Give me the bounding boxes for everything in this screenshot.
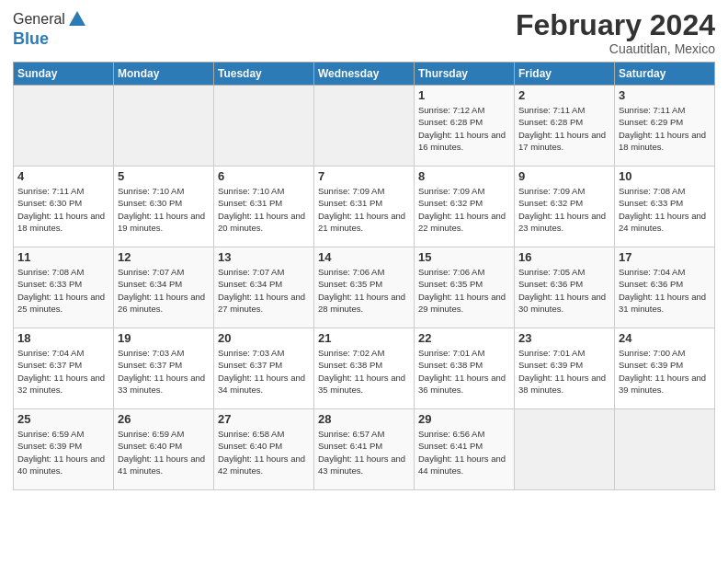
day-info: Sunrise: 6:56 AMSunset: 6:41 PMDaylight:… xyxy=(418,428,510,477)
calendar-week-row: 11Sunrise: 7:08 AMSunset: 6:33 PMDayligh… xyxy=(14,247,715,328)
table-row: 9Sunrise: 7:09 AMSunset: 6:32 PMDaylight… xyxy=(515,167,615,247)
day-number: 14 xyxy=(318,250,410,264)
day-info: Sunrise: 6:59 AMSunset: 6:40 PMDaylight:… xyxy=(118,428,210,477)
day-info: Sunrise: 7:02 AMSunset: 6:38 PMDaylight:… xyxy=(318,347,410,396)
col-friday: Friday xyxy=(515,63,615,86)
header: General Blue February 2024 Cuautitlan, M… xyxy=(13,9,715,56)
table-row: 21Sunrise: 7:02 AMSunset: 6:38 PMDayligh… xyxy=(314,328,415,409)
table-row: 14Sunrise: 7:06 AMSunset: 6:35 PMDayligh… xyxy=(314,247,415,328)
table-row: 23Sunrise: 7:01 AMSunset: 6:39 PMDayligh… xyxy=(515,328,615,409)
calendar-week-row: 1Sunrise: 7:12 AMSunset: 6:28 PMDaylight… xyxy=(14,86,715,167)
table-row: 5Sunrise: 7:10 AMSunset: 6:30 PMDaylight… xyxy=(114,167,214,247)
day-info: Sunrise: 7:12 AMSunset: 6:28 PMDaylight:… xyxy=(418,104,510,153)
day-number: 18 xyxy=(17,331,109,345)
table-row: 19Sunrise: 7:03 AMSunset: 6:37 PMDayligh… xyxy=(114,328,214,409)
table-row: 18Sunrise: 7:04 AMSunset: 6:37 PMDayligh… xyxy=(14,328,114,409)
day-number: 10 xyxy=(619,169,711,183)
day-info: Sunrise: 7:03 AMSunset: 6:37 PMDaylight:… xyxy=(118,347,210,396)
table-row: 2Sunrise: 7:11 AMSunset: 6:28 PMDaylight… xyxy=(515,86,615,167)
day-info: Sunrise: 7:10 AMSunset: 6:30 PMDaylight:… xyxy=(118,185,210,234)
day-info: Sunrise: 7:04 AMSunset: 6:36 PMDaylight:… xyxy=(619,266,711,315)
table-row: 7Sunrise: 7:09 AMSunset: 6:31 PMDaylight… xyxy=(314,167,415,247)
day-number: 19 xyxy=(118,331,210,345)
table-row: 1Sunrise: 7:12 AMSunset: 6:28 PMDaylight… xyxy=(415,86,515,167)
day-number: 7 xyxy=(318,169,410,183)
subtitle: Cuautitlan, Mexico xyxy=(516,41,715,56)
day-number: 16 xyxy=(518,250,610,264)
calendar-week-row: 4Sunrise: 7:11 AMSunset: 6:30 PMDaylight… xyxy=(14,167,715,247)
logo-icon xyxy=(67,9,87,29)
day-info: Sunrise: 7:09 AMSunset: 6:32 PMDaylight:… xyxy=(418,185,510,234)
day-info: Sunrise: 7:06 AMSunset: 6:35 PMDaylight:… xyxy=(318,266,410,315)
day-number: 20 xyxy=(218,331,310,345)
title-block: February 2024 Cuautitlan, Mexico xyxy=(516,9,715,56)
logo-general-text: General xyxy=(13,11,65,28)
day-number: 4 xyxy=(17,169,109,183)
day-number: 24 xyxy=(619,331,711,345)
table-row: 10Sunrise: 7:08 AMSunset: 6:33 PMDayligh… xyxy=(615,167,715,247)
day-number: 17 xyxy=(619,250,711,264)
main-container: General Blue February 2024 Cuautitlan, M… xyxy=(0,0,728,498)
day-number: 8 xyxy=(418,169,510,183)
table-row: 26Sunrise: 6:59 AMSunset: 6:40 PMDayligh… xyxy=(114,409,214,490)
table-row: 3Sunrise: 7:11 AMSunset: 6:29 PMDaylight… xyxy=(615,86,715,167)
table-row xyxy=(114,86,214,167)
day-number: 29 xyxy=(418,412,510,426)
col-monday: Monday xyxy=(114,63,214,86)
table-row xyxy=(314,86,415,167)
table-row: 15Sunrise: 7:06 AMSunset: 6:35 PMDayligh… xyxy=(415,247,515,328)
day-number: 5 xyxy=(118,169,210,183)
logo-blue-text: Blue xyxy=(13,29,87,49)
logo: General Blue xyxy=(13,9,87,49)
day-number: 23 xyxy=(518,331,610,345)
day-info: Sunrise: 7:09 AMSunset: 6:31 PMDaylight:… xyxy=(318,185,410,234)
day-info: Sunrise: 7:08 AMSunset: 6:33 PMDaylight:… xyxy=(17,266,109,315)
day-number: 1 xyxy=(418,88,510,102)
day-info: Sunrise: 7:06 AMSunset: 6:35 PMDaylight:… xyxy=(418,266,510,315)
day-number: 9 xyxy=(518,169,610,183)
day-info: Sunrise: 7:07 AMSunset: 6:34 PMDaylight:… xyxy=(118,266,210,315)
table-row: 11Sunrise: 7:08 AMSunset: 6:33 PMDayligh… xyxy=(14,247,114,328)
day-number: 22 xyxy=(418,331,510,345)
table-row: 27Sunrise: 6:58 AMSunset: 6:40 PMDayligh… xyxy=(214,409,314,490)
day-number: 27 xyxy=(218,412,310,426)
day-info: Sunrise: 6:57 AMSunset: 6:41 PMDaylight:… xyxy=(318,428,410,477)
calendar-week-row: 18Sunrise: 7:04 AMSunset: 6:37 PMDayligh… xyxy=(14,328,715,409)
day-info: Sunrise: 7:04 AMSunset: 6:37 PMDaylight:… xyxy=(17,347,109,396)
day-number: 3 xyxy=(619,88,711,102)
table-row: 8Sunrise: 7:09 AMSunset: 6:32 PMDaylight… xyxy=(415,167,515,247)
table-row xyxy=(14,86,114,167)
day-number: 21 xyxy=(318,331,410,345)
day-number: 11 xyxy=(17,250,109,264)
table-row: 4Sunrise: 7:11 AMSunset: 6:30 PMDaylight… xyxy=(14,167,114,247)
col-sunday: Sunday xyxy=(14,63,114,86)
day-info: Sunrise: 7:01 AMSunset: 6:38 PMDaylight:… xyxy=(418,347,510,396)
col-tuesday: Tuesday xyxy=(214,63,314,86)
day-info: Sunrise: 7:10 AMSunset: 6:31 PMDaylight:… xyxy=(218,185,310,234)
day-info: Sunrise: 7:07 AMSunset: 6:34 PMDaylight:… xyxy=(218,266,310,315)
svg-marker-0 xyxy=(69,11,85,26)
day-info: Sunrise: 7:08 AMSunset: 6:33 PMDaylight:… xyxy=(619,185,711,234)
col-thursday: Thursday xyxy=(415,63,515,86)
table-row: 28Sunrise: 6:57 AMSunset: 6:41 PMDayligh… xyxy=(314,409,415,490)
day-info: Sunrise: 6:59 AMSunset: 6:39 PMDaylight:… xyxy=(17,428,109,477)
calendar-week-row: 25Sunrise: 6:59 AMSunset: 6:39 PMDayligh… xyxy=(14,409,715,490)
table-row xyxy=(214,86,314,167)
day-number: 12 xyxy=(118,250,210,264)
table-row: 13Sunrise: 7:07 AMSunset: 6:34 PMDayligh… xyxy=(214,247,314,328)
day-number: 25 xyxy=(17,412,109,426)
day-info: Sunrise: 7:05 AMSunset: 6:36 PMDaylight:… xyxy=(518,266,610,315)
day-number: 28 xyxy=(318,412,410,426)
day-info: Sunrise: 7:11 AMSunset: 6:30 PMDaylight:… xyxy=(17,185,109,234)
table-row: 16Sunrise: 7:05 AMSunset: 6:36 PMDayligh… xyxy=(515,247,615,328)
day-info: Sunrise: 7:09 AMSunset: 6:32 PMDaylight:… xyxy=(518,185,610,234)
col-saturday: Saturday xyxy=(615,63,715,86)
table-row: 29Sunrise: 6:56 AMSunset: 6:41 PMDayligh… xyxy=(415,409,515,490)
table-row: 6Sunrise: 7:10 AMSunset: 6:31 PMDaylight… xyxy=(214,167,314,247)
day-info: Sunrise: 7:11 AMSunset: 6:28 PMDaylight:… xyxy=(518,104,610,153)
table-row: 12Sunrise: 7:07 AMSunset: 6:34 PMDayligh… xyxy=(114,247,214,328)
month-title: February 2024 xyxy=(516,9,715,41)
table-row: 25Sunrise: 6:59 AMSunset: 6:39 PMDayligh… xyxy=(14,409,114,490)
col-wednesday: Wednesday xyxy=(314,63,415,86)
day-number: 26 xyxy=(118,412,210,426)
